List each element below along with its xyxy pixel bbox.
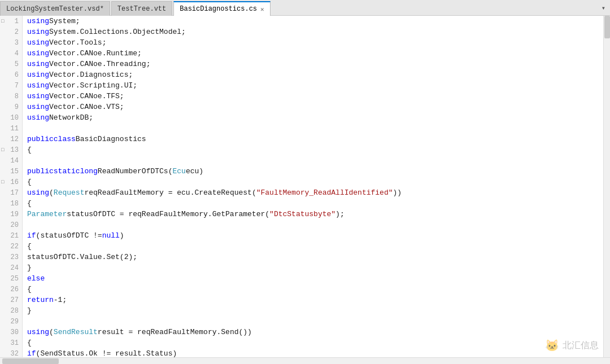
code-line: using Vector.CANoe.Threading; xyxy=(27,59,603,69)
token-plain: Vector.CANoe.TFS; xyxy=(49,92,124,100)
tab-overflow-icon: ▾ xyxy=(602,4,605,12)
vertical-scrollbar[interactable] xyxy=(603,16,610,357)
line-number: 30 xyxy=(0,327,22,337)
line-number-text: 20 xyxy=(11,221,19,229)
line-number-text: 8 xyxy=(15,93,19,100)
line-number-text: 18 xyxy=(11,200,19,208)
collapse-icon[interactable]: □ xyxy=(1,179,4,185)
line-number: 2 xyxy=(0,27,22,37)
token-plain: ( xyxy=(49,328,54,336)
line-number: 4 xyxy=(0,48,22,59)
token-plain: System; xyxy=(49,17,80,25)
code-line: { xyxy=(27,144,603,155)
token-kw: return xyxy=(27,296,54,304)
line-number-text: 14 xyxy=(11,157,19,165)
token-plain: { xyxy=(27,178,32,186)
token-plain: } xyxy=(27,306,32,315)
token-plain: reqReadFaultMemory = ecu.CreateRequest( xyxy=(84,188,256,197)
line-number: 20 xyxy=(0,220,22,230)
token-plain: Vector.CANoe.Runtime; xyxy=(49,49,142,58)
code-line: using System; xyxy=(27,16,603,27)
line-number: 24 xyxy=(0,262,22,273)
horizontal-scrollbar[interactable] xyxy=(0,357,610,364)
line-number-text: 31 xyxy=(11,339,19,347)
line-number: 8 xyxy=(0,91,22,102)
code-line: using Vector.CANoe.TFS; xyxy=(27,91,603,102)
tab-label-basicdiagnostics: BasicDiagnostics.cs xyxy=(180,5,257,13)
line-number: □13 xyxy=(0,144,22,155)
token-plain: Vector.Scripting.UI; xyxy=(49,81,137,90)
vertical-scrollbar-thumb[interactable] xyxy=(604,16,610,38)
code-line: { xyxy=(27,177,603,187)
line-number: 9 xyxy=(0,102,22,112)
code-line: public static long ReadNumberOfDTCs(Ecu … xyxy=(27,166,603,177)
code-line: Parameter statusOfDTC = reqReadFaultMemo… xyxy=(27,209,603,220)
token-plain: ReadNumberOfDTCs( xyxy=(98,167,173,176)
token-plain: ecu) xyxy=(186,167,203,176)
line-number: 29 xyxy=(0,316,22,327)
token-plain: { xyxy=(27,242,32,251)
code-line: using Vector.Scripting.UI; xyxy=(27,80,603,91)
code-line: using NetworkDB; xyxy=(27,112,603,123)
token-plain: { xyxy=(27,285,32,293)
line-number-text: 19 xyxy=(11,210,19,218)
token-plain: NetworkDB; xyxy=(49,113,93,122)
token-kw: using xyxy=(27,60,49,68)
line-number-text: 3 xyxy=(15,39,19,47)
horizontal-scrollbar-thumb[interactable] xyxy=(2,358,59,364)
tab-basicdiagnostics[interactable]: BasicDiagnostics.cs ✕ xyxy=(173,1,270,16)
tab-bar: LockingSystemTester.vsd* TestTree.vtt Ba… xyxy=(0,0,610,16)
line-number: 22 xyxy=(0,241,22,252)
code-line: { xyxy=(27,284,603,295)
collapse-icon[interactable]: □ xyxy=(1,19,4,24)
code-area[interactable]: using System;using System.Collections.Ob… xyxy=(23,16,603,357)
token-plain: { xyxy=(27,146,32,154)
tab-close-button[interactable]: ✕ xyxy=(260,6,264,13)
code-line: if (SendStatus.Ok != result.Status) xyxy=(27,348,603,357)
token-kw: using xyxy=(27,92,49,100)
token-str: "DtcStatusbyte" xyxy=(269,210,336,218)
code-line: if (statusOfDTC != null) xyxy=(27,230,603,241)
line-number-text: 22 xyxy=(11,243,19,251)
token-plain: ); xyxy=(336,210,345,218)
code-line: using Vector.Diagnostics; xyxy=(27,69,603,80)
token-kw: using xyxy=(27,188,49,197)
line-number: 15 xyxy=(0,166,22,177)
line-number: 10 xyxy=(0,112,22,123)
token-kw: using xyxy=(27,17,49,25)
code-line xyxy=(27,220,603,230)
token-str: "FaultMemory_ReadAllIdentified" xyxy=(256,188,393,197)
line-number: 19 xyxy=(0,209,22,220)
collapse-icon[interactable]: □ xyxy=(1,147,4,153)
line-number-text: 26 xyxy=(11,286,19,293)
line-number-text: 28 xyxy=(11,307,19,315)
token-kw: public xyxy=(27,135,54,143)
token-type: SendResult xyxy=(54,328,98,336)
line-number-text: 17 xyxy=(11,189,19,197)
line-number: 23 xyxy=(0,252,22,262)
token-plain: statusOfDTC.Value.Set(2); xyxy=(27,253,137,261)
tab-testtree[interactable]: TestTree.vtt xyxy=(111,1,172,16)
line-number: 12 xyxy=(0,134,22,144)
token-plain: Vector.CANoe.VTS; xyxy=(49,103,124,111)
line-number-text: 1 xyxy=(15,17,19,25)
line-number: 31 xyxy=(0,337,22,348)
token-plain: System.Collections.ObjectModel; xyxy=(49,28,186,36)
token-kw: using xyxy=(27,28,49,36)
token-kw: else xyxy=(27,274,45,283)
line-number: 26 xyxy=(0,284,22,295)
code-line: using Vector.CANoe.VTS; xyxy=(27,102,603,112)
line-number-text: 4 xyxy=(15,50,19,58)
code-line: return -1; xyxy=(27,295,603,305)
code-line: { xyxy=(27,198,603,209)
code-line: } xyxy=(27,305,603,316)
editor-container: □123456789101112□131415□1617181920212223… xyxy=(0,16,610,357)
line-number-text: 11 xyxy=(11,125,19,133)
token-kw: using xyxy=(27,38,49,47)
tab-locking[interactable]: LockingSystemTester.vsd* xyxy=(0,1,110,16)
tab-overflow-button[interactable]: ▾ xyxy=(597,1,610,15)
token-type: Request xyxy=(54,188,85,197)
line-number-text: 9 xyxy=(15,103,19,111)
line-number-text: 12 xyxy=(11,135,19,143)
code-line: using System.Collections.ObjectModel; xyxy=(27,27,603,37)
